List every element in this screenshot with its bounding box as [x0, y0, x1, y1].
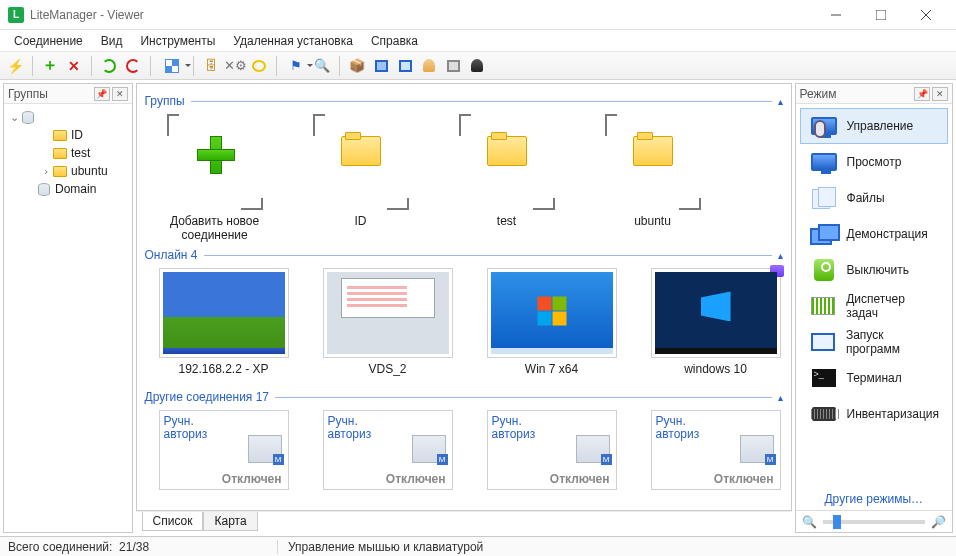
menu-item[interactable]: Справка — [363, 32, 426, 50]
computer-icon — [576, 435, 610, 463]
offline-connection-card[interactable]: Ручн.авторизОтключен — [485, 410, 619, 490]
groups-section-header[interactable]: Группы ▴ — [145, 94, 783, 108]
monitor-button[interactable] — [442, 55, 464, 77]
view-tabs: СписокКарта — [136, 511, 792, 533]
mode-item[interactable]: Терминал — [800, 360, 948, 396]
computer-icon — [248, 435, 282, 463]
title-bar: L LiteManager - Viewer — [0, 0, 956, 30]
online-connection-card[interactable]: VDS_2 — [321, 268, 455, 376]
panel-close-button[interactable]: ✕ — [932, 87, 948, 101]
status-bar: Всего соединений: 21/38 Управление мышью… — [0, 536, 956, 556]
chat-button[interactable] — [248, 55, 270, 77]
offline-connection-card[interactable]: Ручн.авторизОтключен — [649, 410, 783, 490]
tree-node[interactable]: Domain — [8, 180, 128, 198]
status-hint: Управление мышью и клавиатурой — [278, 540, 483, 554]
toolbar: ⚡ ＋ ✕ 🗄 ✕⚙ ⚑ 🔍 📦 — [0, 52, 956, 80]
more-modes-link[interactable]: Другие режимы… — [796, 488, 952, 510]
zoom-slider[interactable] — [823, 520, 925, 524]
tree-node[interactable]: ›ubuntu — [8, 162, 128, 180]
toolbar-separator — [150, 56, 151, 76]
delete-button[interactable]: ✕ — [63, 55, 85, 77]
tree-node[interactable]: test — [8, 144, 128, 162]
groups-tree[interactable]: ⌄ IDtest›ubuntuDomain — [4, 104, 132, 532]
view-mode-button[interactable] — [157, 55, 187, 77]
mode-item[interactable]: Диспетчер задач — [800, 288, 948, 324]
screen-button[interactable] — [370, 55, 392, 77]
group-folder-card[interactable]: test — [449, 114, 565, 242]
menu-bar: СоединениеВидИнструментыУдаленная устано… — [0, 30, 956, 52]
task-icon — [811, 297, 835, 315]
svg-rect-1 — [876, 10, 886, 20]
collapse-icon: ▴ — [778, 392, 783, 403]
zoom-out-icon[interactable]: 🔍 — [802, 515, 817, 529]
menu-item[interactable]: Инструменты — [132, 32, 223, 50]
screens-button[interactable] — [394, 55, 416, 77]
offline-connection-card[interactable]: Ручн.авторизОтключен — [321, 410, 455, 490]
maximize-button[interactable] — [858, 4, 903, 26]
power-icon — [814, 259, 834, 281]
groups-panel: Группы 📌 ✕ ⌄ IDtest›ubuntuDomain — [3, 83, 133, 533]
online-section-title: Онлайн 4 — [145, 248, 198, 262]
term-icon — [812, 369, 836, 387]
groups-section-title: Группы — [145, 94, 185, 108]
account-button[interactable] — [466, 55, 488, 77]
group-folder-card[interactable]: ubuntu — [595, 114, 711, 242]
tree-node[interactable]: ID — [8, 126, 128, 144]
menu-item[interactable]: Соединение — [6, 32, 91, 50]
close-button[interactable] — [903, 4, 948, 26]
add-connection-card[interactable]: Добавить новое соединение — [157, 114, 273, 242]
online-connection-card[interactable]: Win 7 x64 — [485, 268, 619, 376]
panel-close-button[interactable]: ✕ — [112, 87, 128, 101]
toolbar-separator — [32, 56, 33, 76]
mode-item[interactable]: Демонстрация — [800, 216, 948, 252]
settings-button[interactable]: ✕⚙ — [224, 55, 246, 77]
files-icon — [812, 187, 836, 209]
computer-icon — [740, 435, 774, 463]
pin-button[interactable]: 📌 — [94, 87, 110, 101]
minimize-button[interactable] — [813, 4, 858, 26]
zoom-in-icon[interactable]: 🔎 — [931, 515, 946, 529]
demo-icon — [810, 224, 838, 244]
view-tab[interactable]: Карта — [203, 512, 257, 531]
refresh-button[interactable] — [98, 55, 120, 77]
stop-refresh-button[interactable] — [122, 55, 144, 77]
flag-button[interactable]: ⚑ — [283, 55, 309, 77]
tool-a-button[interactable]: 📦 — [346, 55, 368, 77]
online-connection-card[interactable]: 192.168.2.2 - XP — [157, 268, 291, 376]
collapse-icon: ▴ — [778, 250, 783, 261]
quick-connect-button[interactable]: ⚡ — [4, 55, 26, 77]
mode-item[interactable]: Инвентаризация — [800, 396, 948, 432]
collapse-icon: ▴ — [778, 96, 783, 107]
mode-item[interactable]: Выключить — [800, 252, 948, 288]
mode-item[interactable]: Управление — [800, 108, 948, 144]
online-section-header[interactable]: Онлайн 4 ▴ — [145, 248, 783, 262]
toolbar-separator — [91, 56, 92, 76]
user-button[interactable] — [418, 55, 440, 77]
root-icon — [22, 111, 34, 124]
mode-item[interactable]: Файлы — [800, 180, 948, 216]
app-logo-icon: L — [8, 7, 24, 23]
toolbar-separator — [339, 56, 340, 76]
zoom-bar: 🔍 🔎 — [796, 510, 952, 532]
mode-item[interactable]: Запуск программ — [800, 324, 948, 360]
pin-button[interactable]: 📌 — [914, 87, 930, 101]
connections-label: Всего соединений: — [8, 540, 112, 554]
menu-item[interactable]: Вид — [93, 32, 131, 50]
other-section-title: Другие соединения 17 — [145, 390, 270, 404]
offline-connection-card[interactable]: Ручн.авторизОтключен — [157, 410, 291, 490]
mode-item[interactable]: Просмотр — [800, 144, 948, 180]
server-list-button[interactable]: 🗄 — [200, 55, 222, 77]
view-tab[interactable]: Список — [142, 512, 204, 531]
toolbar-separator — [276, 56, 277, 76]
search-button[interactable]: 🔍 — [311, 55, 333, 77]
group-folder-card[interactable]: ID — [303, 114, 419, 242]
connections-view: Группы ▴ Добавить новое соединениеIDtest… — [136, 83, 792, 511]
mode-panel: Режим 📌 ✕ УправлениеПросмотрФайлыДемонст… — [795, 83, 953, 533]
mode-panel-title: Режим — [800, 87, 837, 101]
add-button[interactable]: ＋ — [39, 55, 61, 77]
chip-icon — [812, 407, 836, 421]
other-section-header[interactable]: Другие соединения 17 ▴ — [145, 390, 783, 404]
groups-panel-title: Группы — [8, 87, 48, 101]
menu-item[interactable]: Удаленная установка — [225, 32, 361, 50]
online-connection-card[interactable]: windows 10 — [649, 268, 783, 376]
